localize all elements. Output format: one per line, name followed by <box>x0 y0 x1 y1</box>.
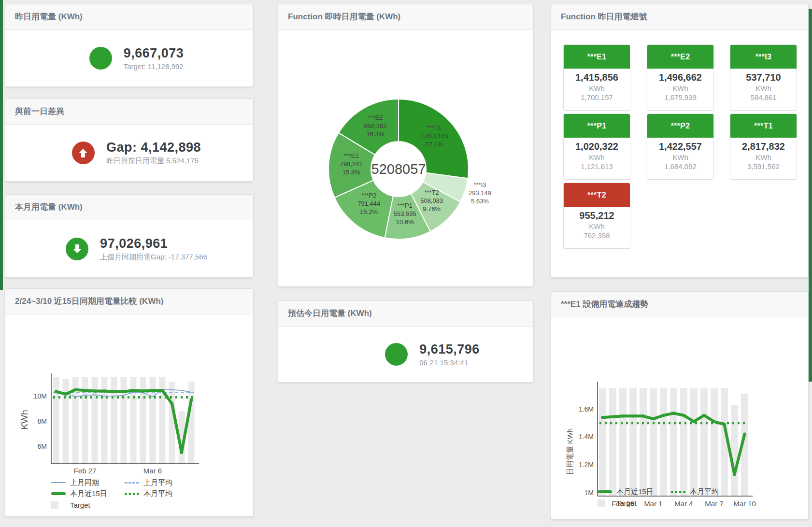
legend-item[interactable]: Target <box>598 499 637 507</box>
data-point <box>190 398 193 401</box>
tile-label: ***T2 <box>564 183 630 207</box>
data-point <box>723 423 726 426</box>
target-bar <box>169 382 175 464</box>
panel-yesterday-usage: 昨日用電量 (KWh) 9,667,073 Target: 11,128,992 <box>5 4 254 87</box>
data-point <box>692 420 695 423</box>
target-bar <box>670 388 677 496</box>
data-point <box>733 473 736 476</box>
target-bar <box>660 388 667 496</box>
tile-sub-value: 3,591,562 <box>730 162 797 171</box>
legend-swatch-icon <box>598 499 605 507</box>
status-tile[interactable]: ***P11,020,322KWh1,121,613 <box>563 114 630 180</box>
legend-swatch-icon <box>671 491 685 493</box>
page-edge-strip-left <box>0 0 3 290</box>
legend-swatch-icon <box>125 482 139 484</box>
tile-sub-value: 1,684,092 <box>647 162 713 171</box>
status-green-circle <box>89 47 112 70</box>
data-point <box>64 393 67 396</box>
y-tick-label: 10M <box>34 392 47 400</box>
panel-e1-trend-chart: ***E1 設備用電達成趨勢 1M1.2M1.4M1.6MFeb 26Mar 1… <box>551 291 809 520</box>
panel-day-gap: 與前一日差異 Gap: 4,142,898 昨日與前日用電量 5,524,175 <box>5 99 254 182</box>
legend-item[interactable]: 上月同期 <box>51 478 125 487</box>
y-tick-label: 8M <box>38 417 47 425</box>
legend-label: 上月平均 <box>143 478 172 487</box>
status-tile[interactable]: ***T12,817,832KWh3,591,562 <box>730 114 797 180</box>
tile-sub-value: 584,861 <box>730 93 797 101</box>
data-point <box>743 433 746 436</box>
y-tick-label: 1M <box>584 489 594 497</box>
legend-item[interactable]: 本月平均 <box>671 487 719 497</box>
panel-status-lights: Function 昨日用電燈號 ***E11,415,856KWh1,700,1… <box>551 4 809 278</box>
legend-swatch-icon <box>125 493 139 495</box>
stat-subtitle: 昨日與前日用電量 5,524,175 <box>106 157 201 166</box>
data-point <box>672 412 675 414</box>
tile-value: 1,020,322 <box>564 141 630 152</box>
tile-sub-value: 1,700,157 <box>564 93 630 101</box>
target-bar <box>690 388 698 496</box>
data-point <box>662 414 665 417</box>
data-point <box>161 389 164 392</box>
compare-chart-legend: 上月同期上月平均本月近15日本月平均Target <box>51 478 172 511</box>
target-bar <box>640 388 647 496</box>
tile-value: 2,817,832 <box>730 141 797 152</box>
status-tile[interactable]: ***P21,422,557KWh1,684,092 <box>647 114 714 180</box>
target-bar <box>599 388 606 496</box>
legend-item[interactable]: 上月平均 <box>125 478 172 487</box>
tile-label: ***E2 <box>647 45 713 69</box>
data-point <box>601 416 604 419</box>
stat-value: Gap: 4,142,898 <box>106 140 201 155</box>
realtime-donut-chart[interactable]: ***T11,413,18327.1%***I3293,1495.63%***T… <box>278 30 532 286</box>
status-tile[interactable]: ***E11,415,856KWh1,700,157 <box>563 44 630 111</box>
stat-subtitle: 06-21 15:34:41 <box>419 358 480 367</box>
data-point <box>171 402 173 405</box>
legend-row: 本月近15日本月平均 <box>598 487 719 497</box>
stat-value: 9,667,073 <box>124 46 184 61</box>
panel-title: Function 即時日用電量 (KWh) <box>278 4 533 30</box>
panel-compare-chart: 2/24~3/10 近15日同期用電量比較 (KWh) 6M8M10MFeb 2… <box>5 288 254 516</box>
legend-row: Target <box>598 498 719 508</box>
target-bar <box>731 405 738 496</box>
data-point <box>55 390 57 393</box>
tile-label: ***P2 <box>647 114 713 138</box>
page-edge-strip-right <box>809 9 812 382</box>
y-axis-label: KWh <box>19 410 29 429</box>
stat-value: 97,026,961 <box>100 236 207 251</box>
data-point <box>682 414 685 417</box>
panel-title: 與前一日差異 <box>5 99 253 125</box>
donut-slice-label: ***I3293,1495.63% <box>469 181 491 205</box>
x-tick-label: Mar 6 <box>143 467 162 475</box>
data-point <box>151 389 154 392</box>
panel-title: 2/24~3/10 近15日同期用電量比較 (KWh) <box>5 289 253 314</box>
data-point <box>113 390 115 393</box>
target-bar <box>711 388 718 496</box>
legend-item[interactable]: 本月近15日 <box>598 487 671 497</box>
stat-subtitle: Target: 11,128,992 <box>124 62 184 71</box>
legend-label: 本月近15日 <box>616 487 654 497</box>
status-tile[interactable]: ***I3537,710KWh584,861 <box>730 44 797 111</box>
legend-swatch-icon <box>51 501 58 509</box>
tile-unit: KWh <box>647 153 713 161</box>
tile-sub-value: 1,675,939 <box>647 93 713 101</box>
legend-label: 本月近15日 <box>70 489 107 499</box>
panel-title: 本月用電量 (KWh) <box>5 195 253 220</box>
panel-title: ***E1 設備用電達成趨勢 <box>551 292 808 317</box>
x-tick-label: Mar 10 <box>733 499 756 508</box>
stat-value: 9,615,796 <box>419 342 480 357</box>
tile-unit: KWh <box>564 222 630 230</box>
tile-value: 1,415,856 <box>564 72 630 83</box>
status-tile[interactable]: ***E21,496,662KWh1,675,939 <box>647 44 714 111</box>
legend-row: Target <box>51 500 172 510</box>
y-axis-label: 日用電量 KWh <box>566 428 574 475</box>
tile-value: 537,710 <box>730 72 797 83</box>
legend-item[interactable]: 本月近15日 <box>51 489 125 499</box>
target-bar <box>609 388 616 496</box>
tile-label: ***E1 <box>564 45 630 69</box>
data-point <box>621 414 624 417</box>
tile-value: 1,422,557 <box>647 141 713 152</box>
legend-item[interactable]: Target <box>51 501 90 509</box>
legend-item[interactable]: 本月平均 <box>125 489 172 499</box>
status-tile[interactable]: ***T2955,212KWh762,358 <box>563 183 630 249</box>
legend-swatch-icon <box>598 490 612 493</box>
y-tick-label: 1.4M <box>579 433 594 441</box>
donut-center-total: 5208057 <box>371 161 426 177</box>
